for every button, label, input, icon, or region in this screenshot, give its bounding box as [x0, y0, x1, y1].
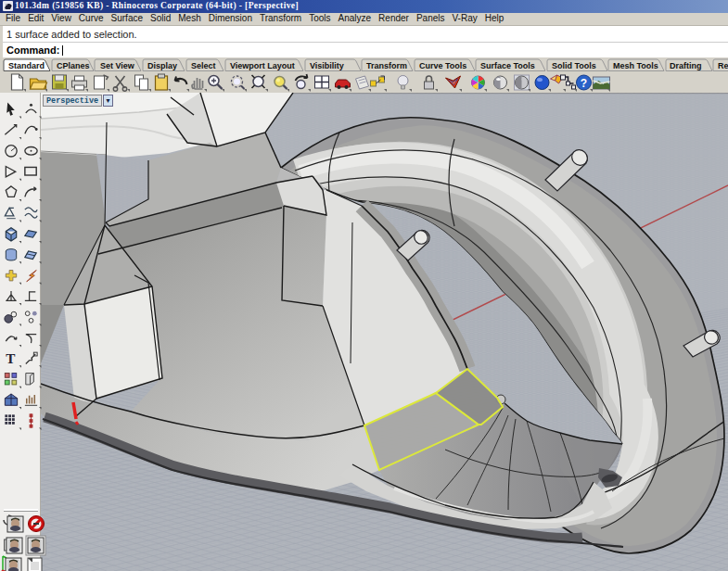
svg-text:Curve Tools: Curve Tools [419, 61, 466, 70]
svg-text:Set View: Set View [100, 61, 135, 70]
svg-text:Visibility: Visibility [310, 61, 344, 70]
svg-text:?: ? [581, 77, 587, 90]
svg-text:Surface Tools: Surface Tools [480, 61, 535, 70]
svg-text:T: T [6, 351, 15, 367]
svg-text:Transform: Transform [366, 61, 407, 70]
svg-text:Drafting: Drafting [670, 61, 702, 70]
svg-text:Select: Select [191, 61, 216, 70]
svg-text:Mesh Tools: Mesh Tools [613, 61, 658, 70]
svg-text:Standard: Standard [8, 61, 45, 70]
svg-text:Solid Tools: Solid Tools [552, 61, 596, 70]
svg-text:CPlanes: CPlanes [57, 61, 90, 70]
svg-text:Render Tools: Render Tools [718, 61, 728, 70]
svg-text:Display: Display [147, 61, 177, 70]
svg-text:Viewport Layout: Viewport Layout [230, 61, 295, 70]
